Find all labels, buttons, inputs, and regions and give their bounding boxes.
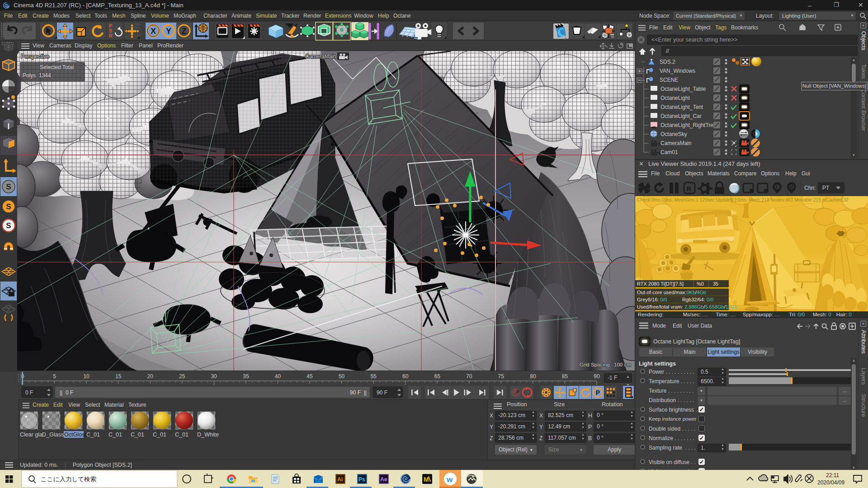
svg-text:|| 0 F: || 0 F bbox=[60, 389, 73, 396]
svg-text:Perspective: Perspective bbox=[21, 53, 49, 60]
svg-text:50: 50 bbox=[339, 373, 345, 380]
svg-text:Check:0ms./2ms. MeshGen:1.129s: Check:0ms./2ms. MeshGen:1.129sec Update[… bbox=[637, 197, 849, 202]
svg-text:60: 60 bbox=[402, 373, 409, 380]
svg-text:5: 5 bbox=[53, 373, 56, 380]
svg-text:45: 45 bbox=[307, 373, 313, 380]
svg-text:Ae: Ae bbox=[380, 476, 387, 483]
svg-text:C_01: C_01 bbox=[153, 432, 166, 438]
svg-text:20: 20 bbox=[147, 373, 154, 380]
svg-text:Grey8/16: 0/0: Grey8/16: 0/0 bbox=[637, 297, 667, 302]
svg-text:Rgb32/64: 0/0: Rgb32/64: 0/0 bbox=[682, 297, 713, 302]
svg-text:%0: %0 bbox=[697, 281, 704, 286]
svg-text:S: S bbox=[6, 221, 11, 230]
svg-text:35: 35 bbox=[243, 373, 249, 380]
svg-text:RTX 2080 Ti[DT][7.5]: RTX 2080 Ti[DT][7.5] bbox=[637, 281, 684, 286]
svg-text:Clear gla: Clear gla bbox=[20, 432, 42, 438]
svg-text:w: w bbox=[446, 475, 453, 484]
svg-text:Chn:: Chn: bbox=[804, 185, 816, 191]
svg-text:30: 30 bbox=[211, 373, 217, 380]
svg-text:ここに入力して検索: ここに入力して検索 bbox=[41, 476, 96, 483]
svg-text:D_White: D_White bbox=[197, 432, 219, 438]
svg-text:Ps: Ps bbox=[359, 476, 365, 483]
svg-text:15: 15 bbox=[115, 373, 122, 380]
svg-text:D_Glass: D_Glass bbox=[42, 432, 64, 438]
svg-text:Z: Z bbox=[182, 27, 187, 36]
svg-text:CameraMain: CameraMain bbox=[305, 53, 336, 60]
svg-text:C_01: C_01 bbox=[175, 432, 189, 438]
svg-text:Selected Total: Selected Total bbox=[40, 64, 74, 70]
svg-text:10: 10 bbox=[83, 373, 90, 380]
svg-text:22:11: 22:11 bbox=[826, 472, 839, 479]
svg-text:90 F: 90 F bbox=[377, 389, 387, 396]
svg-text:C_01: C_01 bbox=[86, 432, 100, 438]
svg-text:Grid Spacing : 100 cm: Grid Spacing : 100 cm bbox=[580, 362, 631, 367]
svg-text:85: 85 bbox=[562, 373, 568, 380]
svg-text:90: 90 bbox=[594, 373, 600, 380]
svg-text:C_01: C_01 bbox=[108, 432, 122, 438]
svg-text:OctGloss: OctGloss bbox=[64, 432, 87, 438]
svg-text:S: S bbox=[6, 202, 11, 211]
svg-text:R: R bbox=[109, 33, 113, 38]
svg-text:1344: 1344 bbox=[39, 72, 51, 79]
svg-text:80: 80 bbox=[530, 373, 536, 380]
svg-text:X: X bbox=[151, 27, 156, 36]
svg-text:2020/04/09: 2020/04/09 bbox=[817, 479, 844, 486]
svg-text:M: M bbox=[424, 476, 429, 483]
svg-text:Used/free/total vram: 2.986Gb/: Used/free/total vram: 2.986Gb/5.658Gb/11… bbox=[637, 304, 737, 310]
svg-text:55: 55 bbox=[370, 373, 377, 380]
svg-text:Ai: Ai bbox=[337, 476, 343, 483]
svg-text:35: 35 bbox=[713, 281, 718, 286]
svg-text:P: P bbox=[596, 389, 600, 396]
svg-text:Polys: Polys bbox=[23, 72, 36, 79]
svg-text:0 F: 0 F bbox=[25, 389, 33, 396]
svg-text:75: 75 bbox=[498, 373, 505, 380]
svg-text:70: 70 bbox=[466, 373, 472, 380]
svg-text:C_01: C_01 bbox=[131, 432, 144, 438]
svg-text:25: 25 bbox=[179, 373, 185, 380]
svg-text:90 F ||: 90 F || bbox=[350, 389, 367, 396]
svg-text:Out-of-core used/max:0Kb/4Gb: Out-of-core used/max:0Kb/4Gb bbox=[637, 290, 706, 295]
svg-text:65: 65 bbox=[434, 373, 441, 380]
svg-text:40: 40 bbox=[275, 373, 281, 380]
svg-text:Y: Y bbox=[166, 27, 171, 36]
svg-text:M: M bbox=[790, 185, 793, 190]
svg-text:PT: PT bbox=[822, 185, 830, 191]
svg-text:S: S bbox=[6, 183, 11, 191]
svg-text:R: R bbox=[687, 185, 692, 192]
svg-text:F: F bbox=[776, 185, 778, 190]
